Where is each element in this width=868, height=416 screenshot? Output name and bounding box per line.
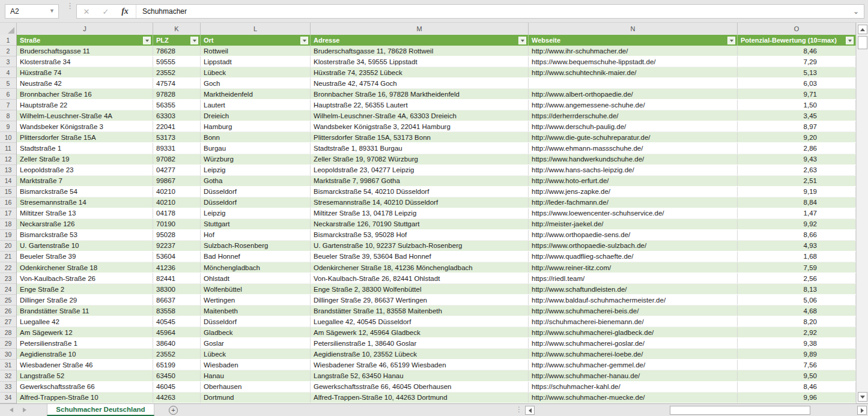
cell-strasse[interactable]: Neckarstraße 126 bbox=[17, 219, 153, 229]
cell-strasse[interactable]: Wiesbadener Straße 46 bbox=[17, 360, 153, 370]
v-scroll-up-icon[interactable] bbox=[858, 25, 867, 34]
cell-strasse[interactable]: Enge Straße 2 bbox=[17, 284, 153, 294]
h-scroll-left-icon[interactable] bbox=[525, 406, 535, 415]
cell-ort[interactable]: Leipzig bbox=[201, 165, 311, 175]
filter-button[interactable] bbox=[143, 37, 151, 44]
cell-plz[interactable]: 78628 bbox=[153, 46, 201, 56]
cell-webseite[interactable]: http://www.ehmann-massschuhe.de/ bbox=[529, 143, 738, 153]
row-number[interactable]: 17 bbox=[0, 208, 16, 219]
cell-plz[interactable]: 44263 bbox=[153, 393, 201, 403]
cell-potenzial[interactable]: 2,63 bbox=[738, 165, 856, 175]
cell-plz[interactable]: 46045 bbox=[153, 382, 201, 392]
cell-strasse[interactable]: Luegallee 42 bbox=[17, 316, 153, 327]
column-letter-J[interactable]: J bbox=[17, 23, 153, 35]
cell-webseite[interactable]: http://www.schuhmacher-muecke.de/ bbox=[529, 393, 738, 403]
row-number[interactable]: 6 bbox=[0, 89, 16, 100]
cell-adresse[interactable]: Wandsbeker Königstraße 3, 22041 Hamburg bbox=[311, 121, 529, 131]
cell-strasse[interactable]: Stresemannstraße 14 bbox=[17, 197, 153, 208]
cell-adresse[interactable]: Langstraße 52, 63450 Hanau bbox=[311, 370, 529, 381]
cell-strasse[interactable]: Bronnbacher Straße 16 bbox=[17, 89, 153, 99]
cell-adresse[interactable]: Luegallee 42, 40545 Düsseldorf bbox=[311, 316, 529, 327]
cell-plz[interactable]: 40210 bbox=[153, 187, 201, 197]
cell-strasse[interactable]: Plittersdorfer Straße 15A bbox=[17, 132, 153, 142]
row-number[interactable]: 28 bbox=[0, 327, 16, 338]
cell-webseite[interactable]: http://www.schuhmacherei-beis.de/ bbox=[529, 306, 738, 316]
cell-plz[interactable]: 23552 bbox=[153, 67, 201, 77]
header-cell-adresse[interactable]: Adresse bbox=[311, 35, 529, 46]
cell-adresse[interactable]: Bronnbacher Straße 16, 97828 Marktheiden… bbox=[311, 89, 529, 99]
cell-adresse[interactable]: Petersilienstraße 1, 38640 Goslar bbox=[311, 338, 529, 348]
cell-ort[interactable]: Mönchengladbach bbox=[201, 262, 311, 273]
add-sheet-button[interactable]: + bbox=[169, 406, 178, 415]
cell-webseite[interactable]: http://www.die-gute-schuhreparatur.de/ bbox=[529, 132, 738, 142]
cell-plz[interactable]: 40210 bbox=[153, 197, 201, 208]
cell-potenzial[interactable]: 4,68 bbox=[738, 306, 856, 316]
cell-potenzial[interactable]: 1,50 bbox=[738, 100, 856, 110]
cell-webseite[interactable]: http://www.reiner-titz.com/ bbox=[529, 262, 738, 273]
cell-strasse[interactable]: Dillinger Straße 29 bbox=[17, 295, 153, 305]
row-number[interactable]: 32 bbox=[0, 370, 16, 381]
cell-ort[interactable]: Leipzig bbox=[201, 208, 311, 219]
cell-plz[interactable]: 65199 bbox=[153, 360, 201, 370]
insert-function-icon[interactable]: fx bbox=[115, 7, 135, 16]
cell-strasse[interactable]: Bismarckstraße 53 bbox=[17, 230, 153, 240]
cell-plz[interactable]: 83558 bbox=[153, 306, 201, 316]
row-number[interactable]: 31 bbox=[0, 360, 16, 370]
cell-webseite[interactable]: http://www.derschuh-paulig.de/ bbox=[529, 121, 738, 131]
row-number[interactable]: 29 bbox=[0, 338, 16, 349]
row-number[interactable]: 24 bbox=[0, 284, 16, 295]
cell-potenzial[interactable]: 7,29 bbox=[738, 56, 856, 67]
cell-ort[interactable]: Dreieich bbox=[201, 110, 311, 121]
cell-plz[interactable]: 47574 bbox=[153, 78, 201, 88]
cell-ort[interactable]: Wolfenbüttel bbox=[201, 284, 311, 294]
cell-adresse[interactable]: Brandstätter Straße 11, 83558 Maitenbeth bbox=[311, 306, 529, 316]
cell-adresse[interactable]: U. Gartenstraße 10, 92237 Sulzbach-Rosen… bbox=[311, 241, 529, 251]
header-cell-potenzial[interactable]: Potenzial-Bewertung (10=max) bbox=[738, 35, 856, 46]
cell-ort[interactable]: Oberhausen bbox=[201, 382, 311, 392]
cell-webseite[interactable]: http://www.hans-sachs-leipzig.de/ bbox=[529, 165, 738, 175]
cell-webseite[interactable]: http://meister-jaekel.de/ bbox=[529, 219, 738, 229]
filter-button[interactable] bbox=[518, 37, 526, 44]
row-number[interactable]: 23 bbox=[0, 273, 16, 284]
cell-webseite[interactable]: http://leder-fachmann.de/ bbox=[529, 197, 738, 208]
cell-plz[interactable]: 63303 bbox=[153, 110, 201, 121]
cell-webseite[interactable]: http://www.schuhtechnik-maier.de/ bbox=[529, 67, 738, 77]
cell-potenzial[interactable]: 9,50 bbox=[738, 370, 856, 381]
cell-adresse[interactable]: Enge Straße 2, 38300 Wolfenbüttel bbox=[311, 284, 529, 294]
row-number[interactable]: 22 bbox=[0, 262, 16, 273]
cell-webseite[interactable]: http://www.schuhmacherei-loebe.de/ bbox=[529, 349, 738, 359]
cell-ort[interactable]: Bonn bbox=[201, 132, 311, 142]
cell-potenzial[interactable]: 8,20 bbox=[738, 316, 856, 327]
cell-potenzial[interactable]: 2,51 bbox=[738, 176, 856, 186]
cell-strasse[interactable]: Petersilienstraße 1 bbox=[17, 338, 153, 348]
cell-ort[interactable]: Wertingen bbox=[201, 295, 311, 305]
cell-strasse[interactable]: Odenkirchener Straße 18 bbox=[17, 262, 153, 273]
cell-strasse[interactable]: Langstraße 52 bbox=[17, 370, 153, 381]
cell-webseite[interactable]: https://www.orthopaedie-sulzbach.de/ bbox=[529, 241, 738, 251]
cell-ort[interactable]: Burgau bbox=[201, 143, 311, 153]
cell-webseite[interactable]: http://www.schuhmacherei-gladbeck.de/ bbox=[529, 327, 738, 337]
cell-webseite[interactable]: http://www.baldauf-schuhmachermeister.de… bbox=[529, 295, 738, 305]
cell-adresse[interactable]: Wiesbadener Straße 46, 65199 Wiesbaden bbox=[311, 360, 529, 370]
cell-strasse[interactable]: Am Sägewerk 12 bbox=[17, 327, 153, 337]
cell-ort[interactable]: Lautert bbox=[201, 100, 311, 110]
cell-adresse[interactable]: Gewerkschaftsstraße 66, 46045 Oberhausen bbox=[311, 382, 529, 392]
row-number[interactable]: 13 bbox=[0, 165, 16, 176]
row-number[interactable]: 2 bbox=[0, 46, 16, 56]
cell-webseite[interactable]: http://www.jens-zapke.de/ bbox=[529, 187, 738, 197]
filter-button[interactable] bbox=[846, 37, 854, 44]
cell-plz[interactable]: 97828 bbox=[153, 89, 201, 99]
cell-adresse[interactable]: Stadtstraße 1, 89331 Burgau bbox=[311, 143, 529, 153]
cell-ort[interactable]: Bad Honnef bbox=[201, 252, 311, 262]
tab-scrollbar-splitter-icon[interactable]: ⋮ bbox=[515, 405, 523, 414]
cell-plz[interactable]: 89331 bbox=[153, 143, 201, 153]
cell-potenzial[interactable]: 8,97 bbox=[738, 121, 856, 131]
cell-potenzial[interactable]: 7,59 bbox=[738, 262, 856, 273]
cell-strasse[interactable]: Aegidienstraße 10 bbox=[17, 349, 153, 359]
cell-adresse[interactable]: Miltitzer Straße 13, 04178 Leipzig bbox=[311, 208, 529, 219]
row-number[interactable]: 14 bbox=[0, 176, 16, 187]
enter-icon[interactable]: ✓ bbox=[96, 7, 115, 16]
h-scroll-right-icon[interactable] bbox=[857, 406, 867, 415]
name-box[interactable]: A2 ▼ bbox=[5, 4, 59, 19]
cell-potenzial[interactable]: 3,45 bbox=[738, 110, 856, 121]
